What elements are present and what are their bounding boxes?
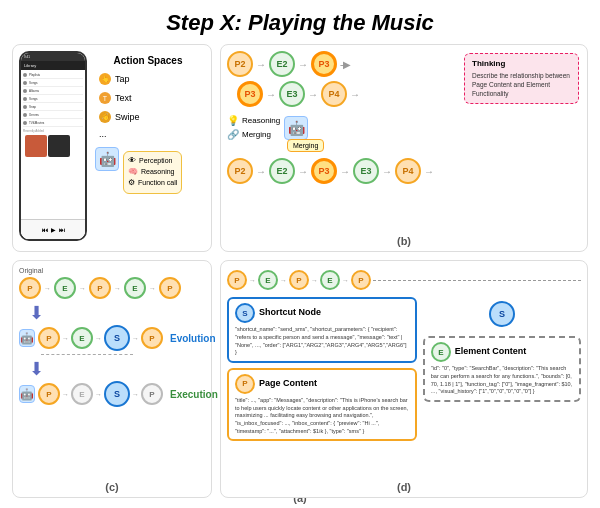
page-title: Step X: Playing the Music [12, 10, 588, 36]
node-e-d-2: E [320, 270, 340, 290]
phone-mockup: 9:41 Library Playlists Songs Albums Song… [19, 51, 87, 241]
phone-library-header: Library [21, 61, 85, 70]
s-node-right: S [423, 297, 581, 331]
node-p3-top-active: P3 [311, 51, 337, 77]
execution-label: Execution [170, 389, 218, 400]
shortcut-node-text: "shortcut_name": "send_sms", "shortcut_p… [235, 326, 409, 357]
merging-container: Merging [287, 134, 581, 152]
perception-box: 👁Perception 🧠Reasoning ⚙Function call [123, 151, 182, 194]
arrow: → [308, 89, 318, 100]
node-e-evo-1: E [71, 327, 93, 349]
page-content-box: P Page Content "title": ..., "app": "Mes… [227, 368, 417, 441]
element-content-text: "id": "0", "type": "SearchBar", "descrip… [431, 365, 573, 396]
reasoning-item: 🧠Reasoning [128, 167, 177, 176]
down-arrow-2: ⬇ [29, 358, 205, 380]
text-icon: T [99, 92, 111, 104]
panel-d-left: S Shortcut Node "shortcut_name": "send_s… [227, 297, 417, 491]
node-p-orig-1: P [19, 277, 41, 299]
action-text: T Text [95, 90, 201, 106]
node-e3-mid: E3 [279, 81, 305, 107]
dashed-arrow: - -▶ [340, 59, 349, 70]
panel-d-content: S Shortcut Node "shortcut_name": "send_s… [227, 297, 581, 491]
phone-player: ⏮▶⏭ [21, 219, 85, 239]
thinking-text: Describe the relationship between Page C… [472, 71, 571, 98]
node-p-evo-2: P [141, 327, 163, 349]
node-p4-mid: P4 [321, 81, 347, 107]
action-spaces: Action Spaces 👆 Tap T Text 👋 Swipe ... 🤖 [91, 51, 205, 245]
arrow: → [44, 285, 51, 292]
perception-item: 👁Perception [128, 156, 177, 165]
node-p-exec-2: P [141, 383, 163, 405]
top-row: 9:41 Library Playlists Songs Albums Song… [12, 44, 588, 252]
page-content-text: "title": ..., "app": "Messages", "descri… [235, 397, 409, 435]
list-item: Albums [23, 87, 83, 95]
shortcut-node-box: S Shortcut Node "shortcut_name": "send_s… [227, 297, 417, 363]
execution-row: 🤖 P → E → S → P Execution [19, 381, 205, 407]
thinking-title: Thinking [472, 59, 571, 68]
list-item: Genres [23, 111, 83, 119]
action-spaces-title: Action Spaces [95, 55, 201, 66]
node-p2-top: P2 [227, 51, 253, 77]
element-content-box: E Element Content "id": "0", "type": "Se… [423, 336, 581, 402]
node-e2-top: E2 [269, 51, 295, 77]
list-item: Songs [23, 95, 83, 103]
action-swipe: 👋 Swipe [95, 109, 201, 125]
arrow: → [256, 166, 266, 177]
arrow: → [149, 285, 156, 292]
merging-label: Merging [287, 139, 324, 152]
node-s-right: S [489, 301, 515, 327]
node-e-d-1: E [258, 270, 278, 290]
arrow: → [298, 166, 308, 177]
phone-album-1 [25, 135, 47, 157]
merging-label-b: Merging [242, 130, 271, 139]
panel-b: P2 → E2 → P3 - -▶ P3 → E3 → P4 → [220, 44, 588, 252]
list-item: Snap [23, 103, 83, 111]
dashed-skip-row [41, 354, 205, 355]
dashed-arrow: → [350, 89, 358, 100]
node-p-d-2: P [289, 270, 309, 290]
node-p-orig-3: P [159, 277, 181, 299]
node-p-orig-2: P [89, 277, 111, 299]
node-s-exec: S [104, 381, 130, 407]
page-content-p: P [235, 374, 255, 394]
evolution-row: 🤖 P → E → S → P Evolution [19, 325, 205, 351]
node-p-evo-1: P [38, 327, 60, 349]
page-content-title: Page Content [259, 378, 317, 388]
original-label: Original [19, 267, 43, 274]
panel-d: P → E → P → E → P S Shor [220, 260, 588, 498]
panel-d-label: (d) [397, 481, 411, 493]
node-s-evo: S [104, 325, 130, 351]
main-container: Step X: Playing the Music 9:41 Library P… [0, 0, 600, 508]
swipe-icon: 👋 [99, 111, 111, 123]
list-item: Songs [23, 79, 83, 87]
action-tap: 👆 Tap [95, 71, 201, 87]
node-p3-mid: P3 [237, 81, 263, 107]
phone-album-2 [48, 135, 70, 157]
phone-status-bar: 9:41 [21, 53, 85, 61]
robot-execution: 🤖 [19, 385, 35, 403]
panel-d-right: S E Element Content "id": "0", "type": "… [423, 297, 581, 491]
node-e-orig-1: E [54, 277, 76, 299]
top-nodes-d: P → E → P → E → P [227, 267, 581, 293]
tap-icon: 👆 [99, 73, 111, 85]
list-item: TV&Movies [23, 119, 83, 127]
shortcut-node-s: S [235, 303, 255, 323]
down-arrow-1: ⬇ [29, 302, 205, 324]
flow-row-bottom: P2 → E2 → P3 → E3 → P4 → [227, 158, 581, 184]
thinking-box: Thinking Describe the relationship betwe… [464, 53, 579, 104]
original-nodes: P → E → P → E → P [19, 277, 205, 299]
element-content-title: Element Content [455, 346, 527, 356]
node-p-d-1: P [227, 270, 247, 290]
panel-c: Original P → E → P → E → P ⬇ 🤖 P → E [12, 260, 212, 498]
function-call-item: ⚙Function call [128, 178, 177, 187]
phone-screen: 9:41 Library Playlists Songs Albums Song… [21, 53, 85, 239]
arrow: → [340, 166, 350, 177]
reasoning-label: Reasoning [242, 116, 280, 125]
panel-c-label: (c) [105, 481, 118, 493]
node-p-exec-1: P [38, 383, 60, 405]
panel-b-label: (b) [397, 235, 411, 247]
list-item: Playlists [23, 71, 83, 79]
panel-a: 9:41 Library Playlists Songs Albums Song… [12, 44, 212, 252]
dashed-arrow: → [424, 166, 432, 177]
arrow: → [298, 59, 308, 70]
